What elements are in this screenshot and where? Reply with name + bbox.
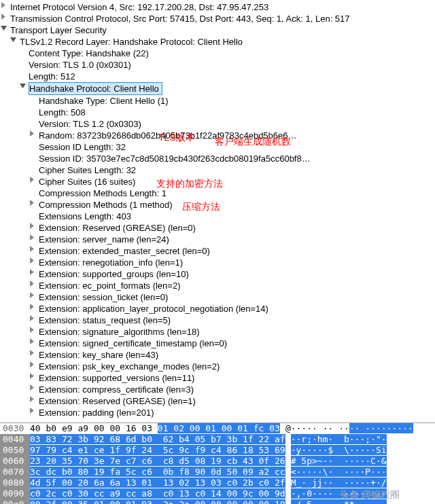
chevron-right-icon[interactable]	[29, 326, 36, 334]
tree-item[interactable]: Extensions Length: 403	[0, 211, 435, 222]
chevron-right-icon[interactable]	[29, 395, 36, 403]
hex-row[interactable]: 003040 b0 e9 a9 00 00 16 03 01 02 00 01 …	[0, 423, 435, 434]
hex-offset: 00a0	[0, 499, 30, 504]
tree-label: Extension: renegotiation_info (len=1)	[29, 257, 183, 268]
chevron-right-icon[interactable]	[29, 234, 36, 241]
tree-item[interactable]: Handshake Type: Client Hello (1)	[0, 95, 435, 107]
tree-label: Extension: status_request (len=5)	[29, 314, 171, 326]
hex-row[interactable]: 006023 20 35 70 3e 7e c7 c6 c8 d5 08 19 …	[0, 456, 435, 467]
tree-label: Compression Methods (1 method)	[29, 199, 173, 211]
chevron-right-icon[interactable]	[0, 1, 7, 9]
tree-item[interactable]: Extension: Reserved (GREASE) (len=0)	[0, 222, 435, 234]
tree-item[interactable]: Compression Methods Length: 1	[0, 187, 435, 199]
hex-offset: 0070	[0, 467, 30, 478]
chevron-right-icon[interactable]	[0, 13, 7, 20]
tree-item[interactable]: Transmission Control Protocol, Src Port:…	[0, 13, 435, 24]
tree-item[interactable]: Extension: Reserved (GREASE) (len=1)	[0, 395, 435, 407]
chevron-right-icon[interactable]	[29, 257, 36, 264]
chevron-right-icon[interactable]	[29, 199, 36, 206]
tree-item[interactable]: Extension: psk_key_exchange_modes (len=2…	[0, 361, 435, 372]
hex-row[interactable]: 004003 83 72 3b 92 68 6d b0 62 b4 05 b7 …	[0, 434, 435, 445]
chevron-right-icon[interactable]	[29, 338, 36, 345]
tree-item[interactable]: Extension: key_share (len=43)	[0, 349, 435, 361]
chevron-right-icon[interactable]	[29, 372, 36, 380]
tree-item[interactable]: Extension: compress_certificate (len=3)	[0, 384, 435, 395]
tree-label: Extension: Reserved (GREASE) (len=1)	[29, 395, 196, 407]
tree-item[interactable]: Length: 512	[0, 71, 435, 82]
chevron-right-icon[interactable]	[29, 176, 36, 183]
tree-label: Extension: signature_algorithms (len=18)	[29, 326, 200, 338]
hex-ascii: @····· ·· ···· ·········	[285, 423, 413, 434]
hex-offset: 0030	[0, 423, 30, 434]
tree-item[interactable]: Extension: supported_versions (len=11)	[0, 372, 435, 384]
tree-item[interactable]: Extension: ec_point_formats (len=2)	[0, 280, 435, 291]
tree-item[interactable]: Cipher Suites (16 suites)	[0, 176, 435, 187]
chevron-right-icon[interactable]	[29, 349, 36, 357]
chevron-right-icon[interactable]	[29, 130, 36, 137]
hex-dump-pane[interactable]: 003040 b0 e9 a9 00 00 16 03 01 02 00 01 …	[0, 422, 435, 504]
tree-item[interactable]: Version: TLS 1.2 (0x0303)	[0, 118, 435, 130]
chevron-right-icon[interactable]	[29, 384, 36, 391]
chevron-right-icon[interactable]	[29, 361, 36, 368]
chevron-right-icon[interactable]	[29, 245, 36, 253]
hex-offset: 0060	[0, 456, 30, 467]
hex-row[interactable]: 005097 79 c4 e1 ce 1f 9f 24 5c 9c f9 c4 …	[0, 445, 435, 456]
hex-bytes: 4d 5f 00 20 6a 6a 13 01 13 02 13 03 c0 2…	[30, 478, 285, 488]
tree-label: Session ID: 35703e7ec7c8d50819cb430f263c…	[29, 153, 311, 164]
hex-bytes: 3c dc b0 80 19 fa 5c c6 0b f8 90 0d 50 0…	[30, 467, 285, 478]
tree-label: Content Type: Handshake (22)	[29, 48, 149, 59]
tree-label: Version: TLS 1.0 (0x0301)	[29, 59, 131, 71]
hex-ascii: ··r;·hm· b···;·"·	[291, 434, 387, 445]
tree-item[interactable]: Transport Layer Security	[0, 24, 435, 36]
hex-bytes: 03 83 72 3b 92 68 6d b0 62 b4 05 b7 3b 1…	[30, 434, 285, 445]
chevron-right-icon[interactable]	[29, 222, 36, 230]
chevron-right-icon[interactable]	[29, 303, 36, 310]
tree-label: Extension: supported_groups (len=10)	[29, 268, 189, 280]
tree-item[interactable]: Version: TLS 1.0 (0x0301)	[0, 59, 435, 71]
tree-item-selected[interactable]: Handshake Protocol: Client Hello	[0, 82, 435, 95]
tree-label: Length: 508	[29, 107, 86, 118]
tree-item[interactable]: Extension: extended_master_secret (len=0…	[0, 245, 435, 257]
tree-item[interactable]: Extension: signed_certificate_timestamp …	[0, 338, 435, 349]
tree-item[interactable]: Session ID: 35703e7ec7c8d50819cb430f263c…	[0, 153, 435, 164]
tree-item[interactable]: Extension: application_layer_protocol_ne…	[0, 303, 435, 314]
tree-item[interactable]: Random: 83723b92686db062b405b73b1f22af97…	[0, 130, 435, 141]
hex-bytes: 00 2f 00 35 01 00 01 93 2a 2a 00 00 00 0…	[30, 499, 285, 504]
chevron-right-icon[interactable]	[29, 280, 36, 287]
chevron-right-icon[interactable]	[29, 407, 36, 414]
hex-row[interactable]: 00a000 2f 00 35 01 00 01 93 2a 2a 00 00 …	[0, 499, 435, 504]
tree-item[interactable]: Compression Methods (1 method)	[0, 199, 435, 211]
hex-ascii: ·,·0···· ········	[291, 488, 387, 499]
tree-item[interactable]: Extension: server_name (len=24)	[0, 234, 435, 245]
tree-item[interactable]: Session ID Length: 32	[0, 141, 435, 153]
hex-bytes: 40 b0 e9 a9 00 00 16 03 01 02 00 01 00 0…	[30, 423, 280, 434]
tree-item[interactable]: Internet Protocol Version 4, Src: 192.17…	[0, 1, 435, 13]
tree-item[interactable]: Extension: supported_groups (len=10)	[0, 268, 435, 280]
tree-label: Extension: session_ticket (len=0)	[29, 291, 168, 303]
tree-item[interactable]: Extension: status_request (len=5)	[0, 314, 435, 326]
tree-item[interactable]: Extension: renegotiation_info (len=1)	[0, 257, 435, 268]
tree-item[interactable]: Length: 508	[0, 107, 435, 118]
tree-item[interactable]: Extension: signature_algorithms (len=18)	[0, 326, 435, 338]
chevron-right-icon[interactable]	[29, 314, 36, 322]
chevron-down-icon[interactable]	[10, 36, 17, 43]
tree-label: Extension: signed_certificate_timestamp …	[29, 338, 227, 349]
packet-details-tree: Internet Protocol Version 4, Src: 192.17…	[0, 0, 435, 422]
tree-item[interactable]: Cipher Suites Length: 32	[0, 164, 435, 176]
hex-row[interactable]: 0090c0 2c c0 30 cc a9 cc a8 c0 13 c0 14 …	[0, 488, 435, 499]
chevron-right-icon[interactable]	[29, 291, 36, 299]
chevron-down-icon[interactable]	[19, 82, 27, 90]
hex-row[interactable]: 00703c dc b0 80 19 fa 5c c6 0b f8 90 0d …	[0, 467, 435, 478]
tree-item[interactable]: Content Type: Handshake (22)	[0, 48, 435, 59]
tree-label: Extension: server_name (len=24)	[29, 234, 169, 245]
hex-ascii: <·····\· ····P···	[291, 467, 387, 478]
tree-item[interactable]: Extension: padding (len=201)	[0, 407, 435, 418]
hex-ascii: ·y·····$ \·····Si	[291, 445, 387, 456]
hex-row[interactable]: 00804d 5f 00 20 6a 6a 13 01 13 02 13 03 …	[0, 478, 435, 488]
chevron-right-icon[interactable]	[29, 268, 36, 276]
tree-item[interactable]: TLSv1.2 Record Layer: Handshake Protocol…	[0, 36, 435, 48]
tree-label: Extension: psk_key_exchange_modes (len=2…	[29, 361, 220, 372]
tree-label: Transport Layer Security	[0, 24, 107, 36]
tree-item[interactable]: Extension: session_ticket (len=0)	[0, 291, 435, 303]
chevron-down-icon[interactable]	[0, 24, 7, 32]
